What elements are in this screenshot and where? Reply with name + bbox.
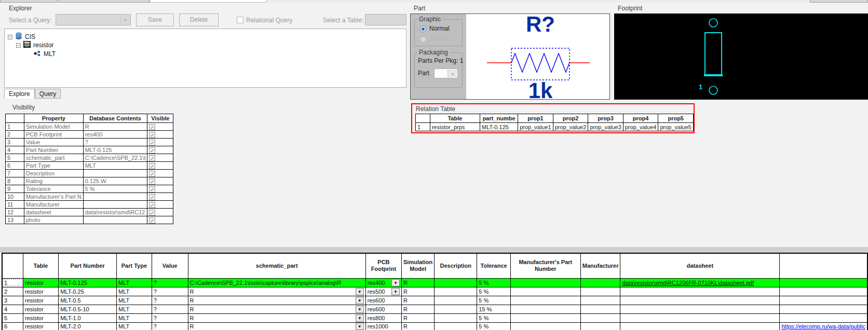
manufacturer-cell[interactable] [580,296,620,305]
chevron-down-icon[interactable]: ▼ [356,314,364,322]
visible-checkbox[interactable]: ✓ [149,147,155,154]
visibility-row[interactable]: 3 Value ? ✓ [6,139,173,146]
manufacturer-cell[interactable] [580,278,620,287]
visible-checkbox[interactable]: ✓ [149,210,155,216]
visible-checkbox[interactable]: ✓ [149,217,155,224]
visibility-row[interactable]: 7 Description ✓ [6,170,173,177]
visible-checkbox[interactable]: ✓ [149,124,155,130]
visible-checkbox[interactable]: ✓ [149,194,155,200]
description-cell[interactable] [435,313,477,322]
part-row[interactable]: 3 resistor MLT-0.5 MLT ? R▼ res600 R 5 % [2,296,867,305]
mfr-part-number-cell[interactable] [510,287,580,296]
part-number-cell[interactable]: MLT-0.125 [480,123,518,131]
visible-checkbox[interactable]: ✓ [149,178,155,185]
property-cell[interactable]: datasheet [24,209,84,216]
contents-cell[interactable]: C:\Cadence\SPB_22.1\t [83,154,147,162]
contents-cell[interactable]: res400 [83,131,147,139]
prop2-cell[interactable]: prop_value2 [553,123,588,131]
simulation-model-cell[interactable]: R [402,296,435,305]
visibility-row[interactable]: 13 photo ✓ [6,216,173,224]
datasheet-cell[interactable]: data\resistor\smd\RC1206FR-0710KL\datash… [620,278,780,287]
manufacturer-cell[interactable] [580,313,620,322]
description-cell[interactable] [435,287,477,296]
query-select-dropdown[interactable]: ▼ [56,14,131,25]
mfr-part-number-cell[interactable] [510,296,580,305]
manufacturer-cell[interactable] [580,305,620,313]
tolerance-cell[interactable]: 5 % [477,287,511,296]
table-cell[interactable]: resistor [23,313,58,322]
part-type-cell[interactable]: MLT [117,278,152,287]
extra-cell[interactable] [780,305,867,313]
tree-item-mlt[interactable]: MLT [33,50,56,58]
row-number[interactable]: 6 [2,322,23,330]
part-number-cell[interactable]: MLT-2.0 [59,322,117,330]
row-number[interactable]: 3 [6,139,24,146]
visibility-row[interactable]: 8 Rating 0.125 W ✓ [6,177,173,185]
visibility-row[interactable]: 11 Manufacturer ✓ [6,201,173,209]
horizontal-splitter[interactable] [0,247,868,253]
row-number[interactable]: 8 [6,177,24,185]
part-number-cell[interactable]: MLT-0.125 [59,278,117,287]
row-number[interactable]: 12 [6,209,24,216]
contents-cell[interactable] [83,201,147,209]
top-tab-segment[interactable] [0,0,57,3]
pcb-footprint-cell[interactable]: res600 [365,305,401,313]
relation-row[interactable]: 1 resistor_prps MLT-0.125 prop_value1 pr… [416,123,694,131]
prop3-cell[interactable]: prop_value3 [588,123,623,131]
chevron-down-icon[interactable]: ▼ [391,279,400,286]
table-cell[interactable]: resistor [23,305,58,313]
contents-cell[interactable] [83,170,147,177]
contents-cell[interactable]: ? [83,139,147,146]
value-cell[interactable]: ? [152,296,188,305]
part-row[interactable]: 4 resistor MLT-0.5-10 MLT ? R▼ res600 R … [2,305,867,313]
value-cell[interactable]: ? [152,287,188,296]
visibility-row[interactable]: 1 Simulation Model R ✓ [6,123,173,131]
relational-query-checkbox[interactable] [237,17,243,23]
simulation-model-cell[interactable]: R [402,322,435,330]
visible-checkbox[interactable]: ✓ [149,132,155,138]
property-cell[interactable]: Rating [24,177,84,185]
save-query-button[interactable]: Save Query [136,13,174,26]
visibility-row[interactable]: 2 PCB Footprint res400 ✓ [6,131,173,139]
visibility-row[interactable]: 6 Part Type MLT ✓ [6,162,173,170]
visible-checkbox[interactable]: ✓ [149,171,155,177]
row-number[interactable]: 5 [2,313,23,322]
part-type-cell[interactable]: MLT [117,305,152,313]
row-number[interactable]: 4 [6,146,24,154]
row-number[interactable]: 11 [6,201,24,209]
pcb-footprint-cell[interactable]: res1000 [365,322,401,330]
tree-item-resistor[interactable]: −resistor [16,41,53,49]
schematic-part-cell[interactable]: R▼ [188,313,365,322]
top-tab-segment[interactable] [58,0,150,3]
chevron-down-icon[interactable]: ▼ [356,323,364,330]
visible-checkbox[interactable]: ✓ [149,202,155,208]
tolerance-cell[interactable]: 5 % [477,278,511,287]
pcb-footprint-cell[interactable]: res800 [365,313,401,322]
mfr-part-number-cell[interactable] [510,278,580,287]
contents-cell[interactable]: 0.125 W [83,177,147,185]
datasheet-cell[interactable] [620,296,780,305]
visible-checkbox[interactable]: ✓ [149,163,155,169]
property-cell[interactable]: Manufacturer's Part N [24,193,84,201]
extra-cell[interactable] [780,296,867,305]
extra-cell[interactable] [780,278,867,287]
row-number[interactable]: 1 [2,278,23,287]
normal-radio[interactable] [420,26,426,32]
table-select-field[interactable] [365,14,406,25]
extra-cell[interactable]: https://elecomp.ru/wa-data/public [780,322,867,330]
tab-query[interactable]: Query [35,89,61,99]
simulation-model-cell[interactable]: R [402,305,435,313]
schematic-part-cell[interactable]: C:\Cadence\SPB_22.1\tools\capture\librar… [188,278,365,287]
row-number[interactable]: 2 [2,287,23,296]
value-cell[interactable]: ? [152,313,188,322]
datasheet-cell[interactable] [620,322,780,330]
chevron-down-icon[interactable]: ▼ [356,297,364,304]
table-cell[interactable]: resistor [23,278,58,287]
part-row[interactable]: 1 resistor MLT-0.125 MLT ? C:\Cadence\SP… [2,278,867,287]
delete-query-button[interactable]: Delete Query [179,13,219,26]
chevron-down-icon[interactable]: ▼ [356,306,364,313]
collapse-icon[interactable]: − [16,43,21,48]
part-number-cell[interactable]: MLT-1.0 [59,313,117,322]
part-number-cell[interactable]: MLT-0.5 [59,296,117,305]
tree-item-cis[interactable]: −CIS [8,32,35,40]
